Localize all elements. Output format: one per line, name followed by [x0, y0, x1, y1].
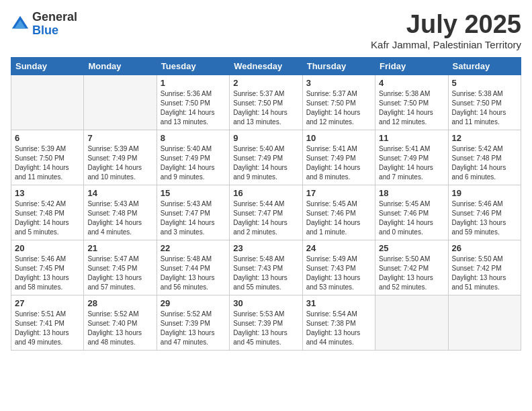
- day-info: Sunrise: 5:38 AM Sunset: 7:50 PM Dayligh…: [452, 89, 517, 127]
- logo: General Blue: [11, 11, 77, 38]
- day-number: 31: [306, 298, 371, 308]
- column-header-monday: Monday: [84, 57, 157, 75]
- day-number: 28: [87, 298, 152, 308]
- day-info: Sunrise: 5:52 AM Sunset: 7:39 PM Dayligh…: [161, 310, 226, 347]
- calendar-cell: 3Sunrise: 5:37 AM Sunset: 7:50 PM Daylig…: [302, 75, 375, 130]
- calendar-cell: 22Sunrise: 5:48 AM Sunset: 7:44 PM Dayli…: [157, 240, 229, 295]
- calendar-cell: 27Sunrise: 5:51 AM Sunset: 7:41 PM Dayli…: [11, 295, 84, 350]
- location-subtitle: Kafr Jammal, Palestinian Territory: [371, 39, 521, 50]
- logo-blue: Blue: [32, 24, 58, 37]
- calendar-cell: 29Sunrise: 5:52 AM Sunset: 7:39 PM Dayli…: [157, 295, 229, 350]
- day-info: Sunrise: 5:42 AM Sunset: 7:48 PM Dayligh…: [15, 199, 80, 237]
- column-header-thursday: Thursday: [302, 57, 375, 75]
- day-info: Sunrise: 5:45 AM Sunset: 7:46 PM Dayligh…: [379, 199, 444, 237]
- day-info: Sunrise: 5:54 AM Sunset: 7:38 PM Dayligh…: [306, 310, 371, 347]
- day-info: Sunrise: 5:37 AM Sunset: 7:50 PM Dayligh…: [233, 89, 298, 127]
- calendar-week-row: 6Sunrise: 5:39 AM Sunset: 7:50 PM Daylig…: [11, 130, 521, 185]
- calendar-cell: 19Sunrise: 5:46 AM Sunset: 7:46 PM Dayli…: [448, 185, 521, 240]
- day-number: 6: [15, 133, 80, 143]
- calendar-week-row: 20Sunrise: 5:46 AM Sunset: 7:45 PM Dayli…: [11, 240, 521, 295]
- day-info: Sunrise: 5:53 AM Sunset: 7:39 PM Dayligh…: [233, 310, 298, 347]
- calendar-week-row: 27Sunrise: 5:51 AM Sunset: 7:41 PM Dayli…: [11, 295, 521, 350]
- day-number: 4: [379, 78, 444, 88]
- day-number: 5: [452, 78, 517, 88]
- day-number: 16: [233, 188, 298, 198]
- calendar-cell: 11Sunrise: 5:41 AM Sunset: 7:49 PM Dayli…: [375, 130, 448, 185]
- day-number: 29: [161, 298, 226, 308]
- day-info: Sunrise: 5:49 AM Sunset: 7:43 PM Dayligh…: [306, 255, 371, 292]
- day-number: 11: [379, 133, 444, 143]
- calendar-cell: 9Sunrise: 5:40 AM Sunset: 7:49 PM Daylig…: [230, 130, 302, 185]
- day-info: Sunrise: 5:50 AM Sunset: 7:42 PM Dayligh…: [379, 255, 444, 292]
- day-info: Sunrise: 5:40 AM Sunset: 7:49 PM Dayligh…: [233, 144, 298, 182]
- day-info: Sunrise: 5:38 AM Sunset: 7:50 PM Dayligh…: [379, 89, 444, 127]
- day-info: Sunrise: 5:41 AM Sunset: 7:49 PM Dayligh…: [379, 144, 444, 182]
- calendar-cell: 26Sunrise: 5:50 AM Sunset: 7:42 PM Dayli…: [448, 240, 521, 295]
- calendar-cell: 2Sunrise: 5:37 AM Sunset: 7:50 PM Daylig…: [230, 75, 302, 130]
- calendar-cell: [448, 295, 521, 350]
- calendar-cell: 6Sunrise: 5:39 AM Sunset: 7:50 PM Daylig…: [11, 130, 84, 185]
- day-number: 20: [15, 243, 80, 253]
- day-info: Sunrise: 5:40 AM Sunset: 7:49 PM Dayligh…: [161, 144, 226, 182]
- day-number: 3: [306, 78, 371, 88]
- column-header-sunday: Sunday: [11, 57, 84, 75]
- calendar-table: SundayMondayTuesdayWednesdayThursdayFrid…: [11, 57, 521, 351]
- day-info: Sunrise: 5:39 AM Sunset: 7:49 PM Dayligh…: [87, 144, 152, 182]
- page-header: General Blue July 2025 Kafr Jammal, Pale…: [11, 11, 521, 50]
- day-number: 25: [379, 243, 444, 253]
- calendar-week-row: 13Sunrise: 5:42 AM Sunset: 7:48 PM Dayli…: [11, 185, 521, 240]
- calendar-cell: 7Sunrise: 5:39 AM Sunset: 7:49 PM Daylig…: [84, 130, 157, 185]
- calendar-cell: 17Sunrise: 5:45 AM Sunset: 7:46 PM Dayli…: [302, 185, 375, 240]
- title-block: July 2025 Kafr Jammal, Palestinian Terri…: [371, 11, 521, 50]
- day-number: 27: [15, 298, 80, 308]
- day-info: Sunrise: 5:41 AM Sunset: 7:49 PM Dayligh…: [306, 144, 371, 182]
- calendar-cell: 25Sunrise: 5:50 AM Sunset: 7:42 PM Dayli…: [375, 240, 448, 295]
- calendar-cell: 13Sunrise: 5:42 AM Sunset: 7:48 PM Dayli…: [11, 185, 84, 240]
- day-info: Sunrise: 5:50 AM Sunset: 7:42 PM Dayligh…: [452, 255, 517, 292]
- calendar-cell: 31Sunrise: 5:54 AM Sunset: 7:38 PM Dayli…: [302, 295, 375, 350]
- calendar-cell: 4Sunrise: 5:38 AM Sunset: 7:50 PM Daylig…: [375, 75, 448, 130]
- day-number: 13: [15, 188, 80, 198]
- calendar-cell: 12Sunrise: 5:42 AM Sunset: 7:48 PM Dayli…: [448, 130, 521, 185]
- calendar-cell: 10Sunrise: 5:41 AM Sunset: 7:49 PM Dayli…: [302, 130, 375, 185]
- day-number: 23: [233, 243, 298, 253]
- column-header-tuesday: Tuesday: [157, 57, 229, 75]
- day-info: Sunrise: 5:37 AM Sunset: 7:50 PM Dayligh…: [306, 89, 371, 127]
- day-number: 18: [379, 188, 444, 198]
- day-number: 15: [161, 188, 226, 198]
- calendar-cell: 1Sunrise: 5:36 AM Sunset: 7:50 PM Daylig…: [157, 75, 229, 130]
- calendar-cell: 8Sunrise: 5:40 AM Sunset: 7:49 PM Daylig…: [157, 130, 229, 185]
- calendar-header-row: SundayMondayTuesdayWednesdayThursdayFrid…: [11, 57, 521, 75]
- day-info: Sunrise: 5:43 AM Sunset: 7:47 PM Dayligh…: [161, 199, 226, 237]
- day-info: Sunrise: 5:47 AM Sunset: 7:45 PM Dayligh…: [87, 255, 152, 292]
- column-header-wednesday: Wednesday: [230, 57, 302, 75]
- calendar-cell: [375, 295, 448, 350]
- month-year-title: July 2025: [371, 11, 521, 39]
- day-number: 19: [452, 188, 517, 198]
- day-info: Sunrise: 5:48 AM Sunset: 7:43 PM Dayligh…: [233, 255, 298, 292]
- calendar-cell: 23Sunrise: 5:48 AM Sunset: 7:43 PM Dayli…: [230, 240, 302, 295]
- calendar-cell: 28Sunrise: 5:52 AM Sunset: 7:40 PM Dayli…: [84, 295, 157, 350]
- day-info: Sunrise: 5:45 AM Sunset: 7:46 PM Dayligh…: [306, 199, 371, 237]
- calendar-cell: 21Sunrise: 5:47 AM Sunset: 7:45 PM Dayli…: [84, 240, 157, 295]
- calendar-cell: [11, 75, 84, 130]
- logo-text: General Blue: [32, 11, 77, 38]
- day-number: 8: [161, 133, 226, 143]
- column-header-friday: Friday: [375, 57, 448, 75]
- day-number: 7: [87, 133, 152, 143]
- calendar-cell: 20Sunrise: 5:46 AM Sunset: 7:45 PM Dayli…: [11, 240, 84, 295]
- logo-general: General: [32, 10, 77, 24]
- day-number: 30: [233, 298, 298, 308]
- calendar-cell: 5Sunrise: 5:38 AM Sunset: 7:50 PM Daylig…: [448, 75, 521, 130]
- day-info: Sunrise: 5:39 AM Sunset: 7:50 PM Dayligh…: [15, 144, 80, 182]
- day-number: 22: [161, 243, 226, 253]
- calendar-cell: 16Sunrise: 5:44 AM Sunset: 7:47 PM Dayli…: [230, 185, 302, 240]
- calendar-cell: 18Sunrise: 5:45 AM Sunset: 7:46 PM Dayli…: [375, 185, 448, 240]
- calendar-cell: 30Sunrise: 5:53 AM Sunset: 7:39 PM Dayli…: [230, 295, 302, 350]
- calendar-cell: 24Sunrise: 5:49 AM Sunset: 7:43 PM Dayli…: [302, 240, 375, 295]
- day-info: Sunrise: 5:52 AM Sunset: 7:40 PM Dayligh…: [87, 310, 152, 347]
- day-number: 21: [87, 243, 152, 253]
- day-number: 12: [452, 133, 517, 143]
- day-number: 17: [306, 188, 371, 198]
- day-info: Sunrise: 5:46 AM Sunset: 7:46 PM Dayligh…: [452, 199, 517, 237]
